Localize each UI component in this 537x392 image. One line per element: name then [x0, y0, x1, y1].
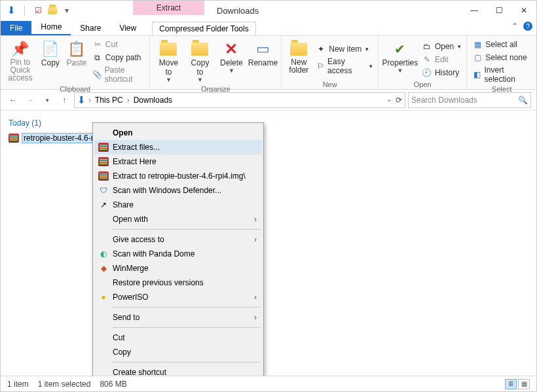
refresh-icon[interactable]: ⟳: [396, 96, 402, 105]
qat-customize-icon[interactable]: ▾: [62, 5, 72, 16]
pin-quick-access-button[interactable]: 📌 Pin to Quick access: [5, 39, 36, 84]
tab-compressed-tools[interactable]: Compressed Folder Tools: [152, 22, 256, 35]
open-icon: 🗀: [422, 41, 432, 52]
cm-panda-label: Scan with Panda Dome: [113, 249, 194, 258]
new-folder-button[interactable]: New folder: [286, 39, 312, 80]
edit-button[interactable]: ✎Edit: [420, 54, 462, 65]
address-dropdown-icon[interactable]: ⌄: [386, 96, 392, 105]
chevron-right-icon: ›: [254, 215, 257, 224]
up-button[interactable]: ↑: [57, 93, 71, 107]
chevron-right-icon: ›: [254, 235, 257, 244]
cm-open-with-label: Open with: [113, 215, 148, 224]
maximize-button[interactable]: ☐: [487, 1, 511, 20]
copy-to-button[interactable]: Copy to▼: [185, 39, 214, 84]
status-size: 806 MB: [100, 380, 126, 389]
cm-copy[interactable]: Copy: [94, 345, 262, 359]
group-clipboard: 📌 Pin to Quick access 📄 Copy 📋 Paste ✂Cu…: [1, 36, 150, 89]
cm-panda[interactable]: ◐Scan with Panda Dome: [94, 247, 262, 261]
select-none-button[interactable]: ▢Select none: [471, 52, 532, 63]
ribbon: 📌 Pin to Quick access 📄 Copy 📋 Paste ✂Cu…: [1, 36, 536, 90]
paste-shortcut-button[interactable]: 📎Paste shortcut: [91, 65, 146, 84]
forward-button[interactable]: →: [23, 93, 37, 107]
move-to-button[interactable]: Move to▼: [154, 39, 183, 84]
crumb-sep-0[interactable]: ›: [88, 96, 91, 105]
move-to-icon: [159, 40, 177, 58]
rename-button[interactable]: ▭Rename: [248, 39, 277, 84]
cm-defender-label: Scan with Windows Defender...: [113, 186, 221, 195]
rename-icon: ▭: [253, 40, 272, 58]
new-item-button[interactable]: ✦New item ▾: [314, 43, 374, 55]
crumb-sep-1[interactable]: ›: [127, 96, 130, 105]
window-title: Downloads: [217, 6, 259, 16]
paste-shortcut-icon: 📎: [92, 69, 102, 80]
copy-icon: 📄: [41, 40, 60, 58]
tab-view[interactable]: View: [110, 21, 145, 35]
delete-icon: ✕: [222, 40, 240, 58]
cm-extract-here-label: Extract Here: [113, 157, 157, 166]
winmerge-icon: ◆: [98, 263, 109, 274]
details-view-button[interactable]: ≣: [505, 379, 517, 389]
open-button[interactable]: 🗀Open ▾: [420, 41, 462, 52]
cm-open[interactable]: Open: [94, 126, 262, 140]
properties-qat-icon[interactable]: ☑: [33, 5, 43, 16]
cm-send-to-label: Send to: [113, 313, 139, 322]
edit-label: Edit: [435, 55, 449, 64]
properties-button[interactable]: ✔Properties▼: [382, 39, 418, 80]
history-button[interactable]: 🕘History: [420, 67, 462, 79]
delete-label: Delete: [220, 58, 243, 67]
help-icon[interactable]: ?: [523, 22, 532, 31]
copy-button[interactable]: 📄 Copy: [39, 39, 62, 84]
tab-home[interactable]: Home: [31, 20, 71, 35]
address-bar[interactable]: ⬇ › This PC › Downloads ⌄ ⟳: [74, 92, 405, 108]
cm-send-to[interactable]: Send to›: [94, 310, 262, 325]
back-button[interactable]: ←: [6, 93, 20, 107]
select-all-label: Select all: [485, 40, 517, 49]
cut-label: Cut: [105, 40, 118, 49]
invert-selection-button[interactable]: ◧Invert selection: [471, 65, 532, 84]
cm-open-with[interactable]: Open with›: [94, 212, 262, 226]
paste-button[interactable]: 📋 Paste: [65, 39, 88, 84]
cm-cut-label: Cut: [113, 333, 125, 342]
crumb-downloads[interactable]: Downloads: [132, 96, 174, 105]
search-input[interactable]: Search Downloads 🔍: [408, 92, 531, 108]
copy-to-label: Copy to: [188, 58, 212, 77]
close-button[interactable]: ✕: [511, 1, 536, 20]
tab-file[interactable]: File: [1, 21, 31, 35]
tab-share[interactable]: Share: [71, 21, 110, 35]
copy-to-icon: [191, 40, 209, 58]
crumb-this-pc[interactable]: This PC: [94, 96, 124, 105]
cm-poweriso[interactable]: ●PowerISO›: [94, 290, 262, 304]
cm-give-access[interactable]: Give access to›: [94, 232, 262, 247]
cm-extract-to[interactable]: Extract to retropie-buster-4.6-rpi4.img\: [94, 169, 262, 183]
new-folder-qat-icon[interactable]: [47, 5, 58, 16]
recent-locations-button[interactable]: ▾: [40, 93, 54, 107]
rar-icon: [98, 171, 109, 181]
select-all-button[interactable]: ▦Select all: [471, 39, 532, 50]
cm-extract-files-label: Extract files...: [113, 143, 160, 152]
collapse-ribbon-icon[interactable]: ⌃: [511, 22, 518, 31]
title-bar: ⬇ ☑ ▾ Extract Downloads — ☐ ✕: [1, 1, 536, 20]
large-icons-view-button[interactable]: ▦: [518, 379, 530, 389]
easy-access-button[interactable]: ⚐Easy access ▾: [314, 56, 374, 76]
cut-button[interactable]: ✂Cut: [91, 39, 146, 50]
shield-icon: 🛡: [98, 185, 109, 196]
chevron-right-icon: ›: [254, 293, 257, 302]
delete-button[interactable]: ✕Delete▼: [217, 39, 246, 84]
cm-winmerge-label: WinMerge: [113, 264, 149, 273]
cm-share[interactable]: ↗Share: [94, 198, 262, 212]
cm-winmerge[interactable]: ◆WinMerge: [94, 261, 262, 276]
easy-access-icon: ⚐: [316, 61, 325, 71]
cm-open-label: Open: [113, 128, 133, 137]
copy-path-button[interactable]: ⧉Copy path: [91, 52, 146, 63]
rename-label: Rename: [248, 58, 278, 67]
context-menu: Open Extract files... Extract Here Extra…: [92, 122, 264, 392]
cm-restore[interactable]: Restore previous versions: [94, 276, 262, 290]
list-item[interactable]: retropie-buster-4.6-rpi4.img.gz: [9, 132, 528, 145]
minimize-button[interactable]: —: [462, 1, 487, 20]
cm-extract-files[interactable]: Extract files...: [94, 140, 262, 154]
cm-extract-here[interactable]: Extract Here: [94, 154, 262, 169]
cut-icon: ✂: [92, 39, 103, 50]
cm-defender[interactable]: 🛡Scan with Windows Defender...: [94, 183, 262, 198]
history-icon: 🕘: [422, 67, 432, 78]
cm-cut[interactable]: Cut: [94, 330, 262, 345]
